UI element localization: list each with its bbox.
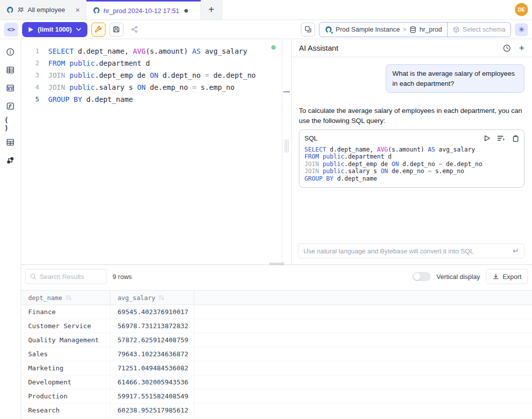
procedures-icon[interactable]: ( ) xyxy=(5,118,17,129)
search-results-input[interactable] xyxy=(40,273,102,281)
run-snippet-icon[interactable] xyxy=(484,135,490,142)
unsaved-dot-icon xyxy=(184,9,188,13)
overview-ruler-mark xyxy=(283,91,290,92)
table-cell[interactable]: 61466.302005943536 xyxy=(111,375,194,389)
table-row[interactable]: Sales79643.102234636872 xyxy=(21,347,532,361)
er-diagram-icon[interactable] xyxy=(5,155,17,166)
toolbar-right-group: Prod Sample Instance > hr_prod Select sc… xyxy=(301,22,528,37)
table-cell[interactable]: 69545.402376910017 xyxy=(111,305,194,319)
save-button[interactable] xyxy=(110,23,124,37)
close-icon[interactable]: × xyxy=(75,6,80,14)
sql-editor-app: All employee × hr_prod 2024-10-12 17:51 … xyxy=(0,0,532,419)
schema-diagram-icon[interactable] xyxy=(5,82,17,93)
database-icon xyxy=(409,26,416,33)
new-chat-icon[interactable]: + xyxy=(519,43,524,53)
table-cell[interactable]: 60238.952517985612 xyxy=(111,403,194,417)
table-row[interactable]: Customer Service56978.731213872832 xyxy=(21,319,532,333)
assistant-chat-message: To calculate the average salary of emplo… xyxy=(299,106,524,188)
format-wrench-button[interactable] xyxy=(91,23,105,37)
left-sidebar: ( ) xyxy=(0,39,21,419)
horizontal-drag-handle-icon[interactable] xyxy=(269,263,284,265)
postgres-icon xyxy=(92,7,100,15)
ai-prompt-input[interactable] xyxy=(303,247,512,255)
tab-hr-prod[interactable]: hr_prod 2024-10-12 17:51 xyxy=(86,0,201,20)
functions-icon[interactable] xyxy=(5,100,17,111)
shared-sheet-icon xyxy=(17,6,25,14)
panel-resize-gutter[interactable] xyxy=(282,39,291,264)
ai-assistant-panel: AI Assistant + What is the average salar… xyxy=(291,39,531,264)
table-row[interactable]: Research60238.952517985612 xyxy=(21,403,532,417)
chevron-down-icon xyxy=(76,28,81,31)
new-tab-button[interactable]: + xyxy=(201,0,222,20)
views-icon[interactable] xyxy=(5,136,17,148)
schema-placeholder: Select schema xyxy=(463,26,505,33)
table-cell[interactable]: Marketing xyxy=(21,361,111,375)
ai-chat-body: What is the average salary of employees … xyxy=(292,57,531,264)
table-cell[interactable]: Sales xyxy=(21,347,111,361)
table-cell[interactable]: 57872.625912408759 xyxy=(111,333,194,347)
code-language-label: SQL xyxy=(304,133,317,144)
sql-editor[interactable]: 1SELECT d.dept_name, AVG(s.amount) AS av… xyxy=(21,39,282,264)
copy-icon[interactable] xyxy=(512,135,519,142)
tab-label: All employee xyxy=(28,6,65,14)
database-name: hr_prod xyxy=(419,26,442,33)
instance-database-selector[interactable]: Prod Sample Instance > hr_prod xyxy=(320,23,447,37)
table-cell[interactable]: Production xyxy=(21,389,111,403)
schema-selector[interactable]: Select schema xyxy=(447,23,510,37)
vertical-display-label: Vertical display xyxy=(437,273,480,281)
play-icon xyxy=(28,27,34,33)
row-count-label: 9 rows xyxy=(113,273,132,281)
table-row[interactable]: Production59917.551582408549 xyxy=(21,389,532,403)
code-panel-toggle-icon[interactable]: <> xyxy=(4,23,18,37)
search-icon xyxy=(30,273,37,280)
table-cell[interactable]: 71251.049484536082 xyxy=(111,361,194,375)
table-cell[interactable]: 59917.551582408549 xyxy=(111,389,194,403)
postgres-icon xyxy=(6,6,14,14)
tables-icon[interactable] xyxy=(5,64,17,75)
info-icon[interactable] xyxy=(5,46,17,57)
column-label: avg_salary xyxy=(118,294,155,302)
tab-all-employee[interactable]: All employee × xyxy=(0,0,86,20)
vertical-display-toggle[interactable] xyxy=(412,272,431,281)
editor-toolbar: <> (limit 1000) Prod Sample Instance > h… xyxy=(0,20,532,39)
results-header-row: dept_name avg_salary xyxy=(21,290,532,305)
table-row[interactable]: Development61466.302005943536 xyxy=(21,375,532,389)
insert-into-editor-icon[interactable] xyxy=(497,135,505,142)
table-row[interactable]: Quality Management57872.625912408759 xyxy=(21,333,532,347)
export-label: Export xyxy=(502,273,521,281)
connection-health-dot xyxy=(271,45,276,50)
table-row[interactable]: Marketing71251.049484536082 xyxy=(21,361,532,375)
vertical-drag-handle-icon[interactable] xyxy=(285,139,288,153)
sql-snippet: SELECT d.dept_name, AVG(s.amount) AS avg… xyxy=(304,146,519,183)
user-chat-message: What is the average salary of employees … xyxy=(386,64,524,93)
table-cell[interactable]: Quality Management xyxy=(21,333,111,347)
run-query-button[interactable]: (limit 1000) xyxy=(22,22,87,37)
tab-bar: All employee × hr_prod 2024-10-12 17:51 … xyxy=(0,0,532,20)
column-header-dept-name[interactable]: dept_name xyxy=(21,291,111,305)
ai-panel-title: AI Assistant xyxy=(299,44,338,52)
schema-cube-icon xyxy=(453,26,460,33)
share-icon[interactable] xyxy=(128,23,142,37)
table-row[interactable]: Finance69545.402376910017 xyxy=(21,305,532,319)
worksheets-icon[interactable] xyxy=(301,23,315,37)
breadcrumb-separator: > xyxy=(403,26,406,33)
table-cell[interactable]: Development xyxy=(21,375,111,389)
table-cell[interactable]: Research xyxy=(21,403,111,417)
search-results-box[interactable] xyxy=(25,269,107,284)
submit-enter-icon[interactable]: ↵ xyxy=(512,246,519,255)
table-cell[interactable]: Finance xyxy=(21,305,111,319)
table-cell[interactable]: 56978.731213872832 xyxy=(111,319,194,333)
export-button[interactable]: Export xyxy=(486,269,528,284)
history-clock-icon[interactable] xyxy=(503,44,511,52)
tab-label: hr_prod 2024-10-12 17:51 xyxy=(103,7,179,15)
table-cell[interactable]: 79643.102234636872 xyxy=(111,347,194,361)
results-rows: Finance69545.402376910017Customer Servic… xyxy=(21,305,532,417)
run-button-label: (limit 1000) xyxy=(38,26,72,33)
ai-assistant-icon[interactable]: ✳ xyxy=(515,23,528,36)
connection-breadcrumb: Prod Sample Instance > hr_prod Select sc… xyxy=(319,22,511,37)
online-status-dot xyxy=(331,31,334,34)
user-avatar[interactable]: DE xyxy=(515,3,528,16)
sort-icon xyxy=(65,295,72,301)
table-cell[interactable]: Customer Service xyxy=(21,319,111,333)
column-header-avg-salary[interactable]: avg_salary xyxy=(111,291,194,305)
